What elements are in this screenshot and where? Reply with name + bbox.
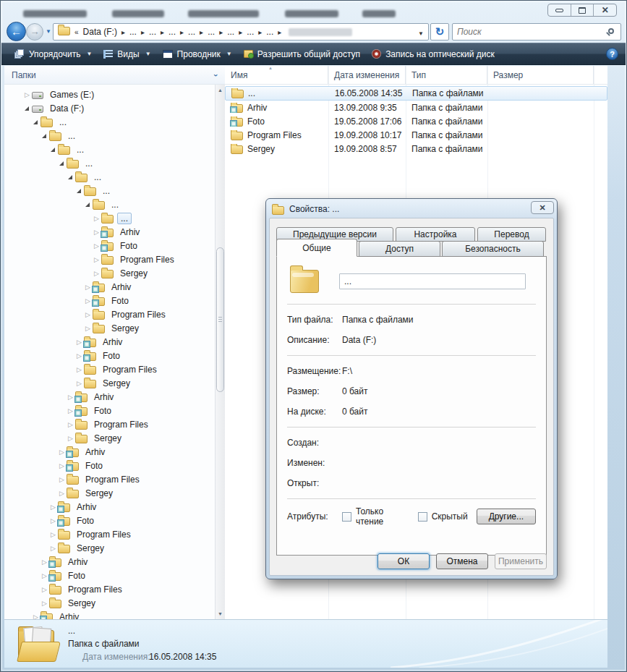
breadcrumb-chevron-icon[interactable]: ▸ <box>239 28 242 36</box>
expanded-arrow-icon[interactable] <box>59 161 67 166</box>
tree-item[interactable]: ▷Games (E:) <box>4 88 215 101</box>
tree-item[interactable]: ▷Foto <box>4 569 215 582</box>
tree-item[interactable]: ▷Foto <box>4 404 215 417</box>
other-attributes-button[interactable]: Другие... <box>477 509 536 524</box>
collapsed-arrow-icon[interactable]: ▷ <box>94 256 101 263</box>
collapsed-arrow-icon[interactable]: ▷ <box>68 421 75 428</box>
tree-item[interactable]: ... <box>4 156 215 170</box>
tree-item[interactable]: ▷Arhiv <box>4 610 215 619</box>
tree-item[interactable]: ▷Sergey <box>4 376 215 390</box>
tree-item[interactable]: ▷Program Files <box>4 527 215 541</box>
tree-item[interactable]: ▷Foto <box>4 239 215 252</box>
redacted-menu-item[interactable] <box>285 10 338 17</box>
tree-item[interactable]: ▷Sergey <box>4 486 215 500</box>
scroll-up-icon[interactable]: ▲ <box>216 85 225 95</box>
collapsed-arrow-icon[interactable]: ▷ <box>85 311 93 318</box>
table-row[interactable]: Program Files19.09.2008 10:17Папка с фай… <box>225 128 607 142</box>
folder-name-field[interactable] <box>339 273 526 289</box>
redacted-menu-item[interactable] <box>112 10 164 17</box>
cancel-button[interactable]: Отмена <box>436 553 488 569</box>
tree-item[interactable]: ▷Foto <box>4 459 215 472</box>
redacted-menu-item[interactable] <box>188 10 259 17</box>
tree-item[interactable]: ▷Arhiv <box>4 390 215 404</box>
collapsed-arrow-icon[interactable]: ▷ <box>59 476 67 483</box>
apply-button[interactable]: Применить <box>495 553 547 569</box>
tree-item[interactable]: ... <box>4 184 215 197</box>
expanded-arrow-icon[interactable] <box>68 175 75 179</box>
chevron-down-icon[interactable]: ▼ <box>86 51 92 57</box>
table-row[interactable]: Arhiv13.09.2008 9:35Папка с файлами <box>225 101 607 114</box>
tab-общие[interactable]: Общие <box>276 239 357 257</box>
history-dropdown-icon[interactable]: ▼ <box>46 28 51 35</box>
breadcrumb-chevron-icon[interactable]: ▸ <box>200 28 203 36</box>
help-button[interactable]: ? <box>606 48 618 60</box>
tree-item[interactable]: ▷Arhiv <box>4 445 215 459</box>
tree-item[interactable]: ▷Program Files <box>4 307 215 321</box>
tree-item[interactable]: ▷Program Files <box>4 582 215 596</box>
tree-item[interactable]: ... <box>4 129 215 143</box>
address-dropdown-icon[interactable]: ▼ <box>418 30 424 37</box>
refresh-button[interactable]: ↻ <box>430 23 449 41</box>
breadcrumb-item[interactable]: ... <box>148 27 158 37</box>
breadcrumb-item[interactable]: ... <box>206 27 216 37</box>
readonly-checkbox[interactable] <box>342 512 351 522</box>
scrollbar-thumb[interactable] <box>216 247 224 392</box>
column-header-name[interactable]: Имя▲ <box>225 66 328 84</box>
tree-item[interactable]: ▷Sergey <box>4 266 215 280</box>
tree-item[interactable]: ▷Foto <box>4 294 215 307</box>
breadcrumb-item[interactable]: ... <box>245 27 255 37</box>
redacted-menu-item[interactable] <box>23 10 87 17</box>
collapsed-arrow-icon[interactable]: ▷ <box>25 91 32 98</box>
redacted-menu-item[interactable] <box>362 10 396 17</box>
collapsed-arrow-icon[interactable]: ▷ <box>68 435 75 442</box>
breadcrumb-item[interactable]: ... <box>128 27 138 37</box>
expanded-arrow-icon[interactable] <box>25 106 32 111</box>
tab-безопасность[interactable]: Безопасность <box>442 241 544 257</box>
breadcrumb-item[interactable]: ... <box>187 27 197 37</box>
tab-настройка[interactable]: Настройка <box>396 227 475 242</box>
chevron-down-icon[interactable]: ▼ <box>145 51 151 57</box>
tree-scrollbar[interactable]: ▲ ▼ <box>215 85 225 619</box>
tree-item[interactable]: ▷Sergey <box>4 541 215 555</box>
minimize-button[interactable] <box>548 4 571 16</box>
forward-button[interactable]: → <box>26 23 43 41</box>
collapsed-arrow-icon[interactable]: ▷ <box>42 586 49 593</box>
folders-header[interactable]: Папки › <box>4 66 225 85</box>
tree-item[interactable]: ▷Sergey <box>4 321 215 335</box>
expanded-arrow-icon[interactable] <box>85 203 93 207</box>
tree-item[interactable]: ▷Program Files <box>4 417 215 431</box>
expanded-arrow-icon[interactable] <box>33 120 40 124</box>
collapsed-arrow-icon[interactable]: ▷ <box>94 270 101 277</box>
hidden-checkbox[interactable] <box>418 512 427 522</box>
search-icon[interactable] <box>608 28 614 34</box>
ok-button[interactable]: ОК <box>378 553 430 569</box>
column-header-date[interactable]: Дата изменения <box>328 66 406 84</box>
toolbar-views-button[interactable]: Виды▼ <box>98 46 156 62</box>
tree-item[interactable]: ▷Sergey <box>4 431 215 445</box>
toolbar-burn-button[interactable]: Запись на оптический диск <box>366 46 500 62</box>
tree-item[interactable]: ▷Arhiv <box>4 555 215 569</box>
tab-перевод[interactable]: Перевод <box>477 227 546 242</box>
tree-item[interactable]: ▷Foto <box>4 514 215 527</box>
scroll-down-icon[interactable]: ▼ <box>216 608 225 619</box>
chevron-down-icon[interactable]: ▼ <box>226 51 232 57</box>
search-input[interactable] <box>457 25 598 38</box>
breadcrumb-item[interactable]: ... <box>265 27 275 37</box>
collapsed-arrow-icon[interactable]: ▷ <box>85 325 93 332</box>
collapsed-arrow-icon[interactable]: ▷ <box>94 215 101 222</box>
dialog-close-button[interactable]: ✕ <box>531 201 554 214</box>
collapsed-arrow-icon[interactable]: ▷ <box>77 366 84 373</box>
breadcrumb-chevron-icon[interactable]: ▸ <box>180 28 184 36</box>
breadcrumb-overflow-chevron[interactable]: « <box>74 28 79 36</box>
breadcrumb-chevron-icon[interactable]: ▸ <box>121 28 125 36</box>
back-button[interactable]: ← <box>7 22 26 41</box>
close-button[interactable]: ✕ <box>594 4 616 16</box>
toolbar-organize-button[interactable]: Упорядочить▼ <box>9 46 98 62</box>
column-header-type[interactable]: Тип <box>406 66 487 84</box>
breadcrumb-root[interactable]: Data (F:) <box>82 27 119 37</box>
tree-item[interactable]: ▷Foto <box>4 349 215 362</box>
breadcrumb[interactable]: « Data (F:) ▸...▸...▸...▸...▸...▸...▸...… <box>53 23 429 41</box>
toolbar-explorer-button[interactable]: Проводник▼ <box>157 46 238 62</box>
breadcrumb-item[interactable]: ... <box>226 27 236 37</box>
tree-item[interactable]: ▷Program Files <box>4 472 215 486</box>
